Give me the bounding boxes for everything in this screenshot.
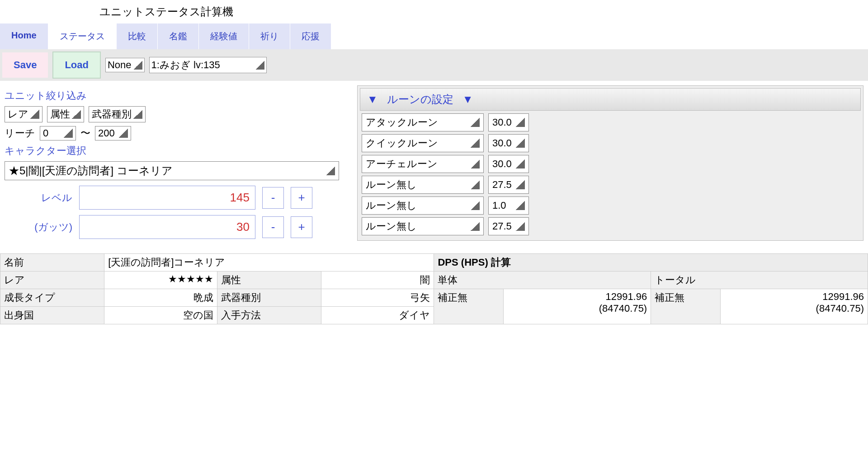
dropdown-icon <box>119 129 128 138</box>
rune-row: ルーン無し27.5 <box>360 217 861 235</box>
dropdown-icon <box>471 222 480 231</box>
obtain-value: ダイヤ <box>321 307 434 324</box>
reach-tilde: 〜 <box>80 126 90 140</box>
weapon-value: 弓矢 <box>321 289 434 307</box>
filter-title: ユニット絞り込み <box>5 89 348 103</box>
rune-name-select-5[interactable]: ルーン無し <box>362 217 484 235</box>
tab-status[interactable]: ステータス <box>48 23 117 49</box>
rune-val-value: 30.0 <box>492 137 512 149</box>
rune-row: アーチェルーン30.0 <box>360 155 861 173</box>
dropdown-icon <box>516 118 525 127</box>
dropdown-icon <box>471 139 480 148</box>
preset-select[interactable]: 1:みおぎ lv:135 <box>149 57 267 73</box>
rune-name-select-3[interactable]: ルーン無し <box>362 176 484 194</box>
rune-val-select-4[interactable]: 1.0 <box>488 197 529 215</box>
reach-max-value: 200 <box>98 127 115 139</box>
rune-row: アタックルーン30.0 <box>360 113 861 131</box>
rune-val-value: 30.0 <box>492 158 512 170</box>
dropdown-icon <box>72 110 81 119</box>
dropdown-icon <box>64 129 73 138</box>
country-label-cell: 出身国 <box>0 307 104 324</box>
guts-plus-button[interactable]: + <box>291 216 312 238</box>
dropdown-icon <box>516 222 525 231</box>
rune-val-value: 27.5 <box>492 220 512 232</box>
reach-min-select[interactable]: 0 <box>40 126 76 140</box>
chevron-down-icon: ▼ <box>462 93 473 106</box>
tab-home[interactable]: Home <box>0 23 48 49</box>
save-button[interactable]: Save <box>2 52 48 78</box>
level-input[interactable] <box>79 186 255 210</box>
nav-tabs: Home ステータス 比較 名鑑 経験値 祈り 応援 <box>0 23 868 49</box>
country-value: 空の国 <box>104 307 217 324</box>
rune-val-select-5[interactable]: 27.5 <box>488 217 529 235</box>
preset-value: 1:みおぎ lv:135 <box>151 58 220 72</box>
reach-min-value: 0 <box>43 127 48 139</box>
rune-val-select-3[interactable]: 27.5 <box>488 176 529 194</box>
load-button[interactable]: Load <box>52 51 101 79</box>
dropdown-icon <box>516 201 525 210</box>
rune-val-select-2[interactable]: 30.0 <box>488 155 529 173</box>
tab-pray[interactable]: 祈り <box>249 23 290 49</box>
toolbar: Save Load None 1:みおぎ lv:135 <box>0 49 868 81</box>
guts-minus-button[interactable]: - <box>262 216 284 238</box>
rare-label: レア <box>8 108 28 121</box>
chevron-down-icon: ▼ <box>367 93 378 106</box>
rune-row: ルーン無し27.5 <box>360 176 861 194</box>
growth-value: 晩成 <box>104 289 217 307</box>
rune-row: クイックルーン30.0 <box>360 134 861 152</box>
dps-v2: 12991.96 <box>822 291 864 302</box>
tab-catalog[interactable]: 名鑑 <box>158 23 199 49</box>
dps-single-label: 単体 <box>434 271 651 289</box>
dropdown-icon <box>30 110 39 119</box>
attr-select[interactable]: 属性 <box>47 106 84 122</box>
rune-name-select-0[interactable]: アタックルーン <box>362 113 484 131</box>
reach-max-select[interactable]: 200 <box>95 126 131 140</box>
name-value: [天涯の訪問者]コーネリア <box>104 254 434 271</box>
page-title: ユニットステータス計算機 <box>0 0 868 23</box>
rune-name-value: ルーン無し <box>366 220 417 233</box>
tab-exp[interactable]: 経験値 <box>199 23 249 49</box>
dropdown-icon <box>516 159 525 168</box>
rune-name-value: ルーン無し <box>366 178 417 192</box>
dps-v1-sub: (84740.75) <box>507 303 647 314</box>
weapon-label-cell: 武器種別 <box>217 289 321 307</box>
rune-name-value: ルーン無し <box>366 199 417 212</box>
weapon-select[interactable]: 武器種別 <box>89 106 146 122</box>
dropdown-icon <box>516 180 525 189</box>
level-minus-button[interactable]: - <box>262 187 284 209</box>
dps-single-value: 12991.96 (84740.75) <box>503 289 651 324</box>
attr-label-cell: 属性 <box>217 271 321 289</box>
rune-header-label: ルーンの設定 <box>387 92 453 107</box>
dps-total-value: 12991.96 (84740.75) <box>720 289 868 324</box>
rune-name-select-1[interactable]: クイックルーン <box>362 134 484 152</box>
character-value: ★5|闇|[天涯の訪問者] コーネリア <box>9 164 173 178</box>
level-plus-button[interactable]: + <box>291 187 312 209</box>
save-slot-value: None <box>108 59 132 71</box>
rare-select[interactable]: レア <box>5 106 42 122</box>
name-label: 名前 <box>0 254 104 271</box>
guts-input[interactable] <box>79 215 255 239</box>
save-slot-select[interactable]: None <box>105 58 145 72</box>
rune-name-value: クイックルーン <box>366 136 438 150</box>
guts-label: (ガッツ) <box>5 220 72 234</box>
rune-name-select-4[interactable]: ルーン無し <box>362 197 484 215</box>
rune-header[interactable]: ▼ ルーンの設定 ▼ <box>360 88 861 111</box>
dps-total-label: トータル <box>651 271 868 289</box>
dropdown-icon <box>133 61 142 70</box>
rune-val-value: 30.0 <box>492 117 512 128</box>
rune-panel: ▼ ルーンの設定 ▼ アタックルーン30.0クイックルーン30.0アーチェルーン… <box>357 85 863 241</box>
rune-name-select-2[interactable]: アーチェルーン <box>362 155 484 173</box>
weapon-label: 武器種別 <box>92 108 132 121</box>
attr-value: 闇 <box>321 271 434 289</box>
character-select[interactable]: ★5|闇|[天涯の訪問者] コーネリア <box>5 161 339 180</box>
rune-name-value: アーチェルーン <box>366 157 438 171</box>
dropdown-icon <box>471 159 480 168</box>
rune-row: ルーン無し1.0 <box>360 197 861 215</box>
tab-compare[interactable]: 比較 <box>117 23 158 49</box>
char-select-label: キャラクター選択 <box>5 144 348 158</box>
rune-val-select-1[interactable]: 30.0 <box>488 134 529 152</box>
obtain-label-cell: 入手方法 <box>217 307 321 324</box>
rune-val-value: 1.0 <box>492 200 506 211</box>
rune-val-select-0[interactable]: 30.0 <box>488 113 529 131</box>
tab-support[interactable]: 応援 <box>290 23 331 49</box>
